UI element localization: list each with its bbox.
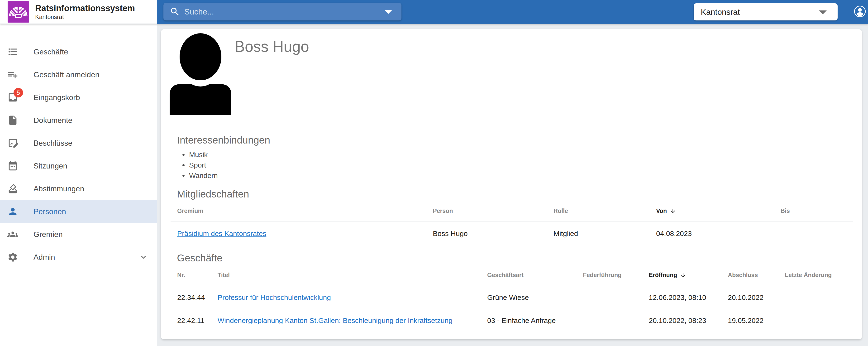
interests-section-title: Interessenbindungen — [177, 134, 270, 147]
inbox-count-badge: 5 — [13, 88, 23, 97]
sidebar-item-abstimmungen[interactable]: Abstimmungen — [0, 177, 157, 200]
council-select-caret-icon — [819, 10, 827, 14]
sort-descending-icon — [680, 272, 686, 278]
business-section-title: Geschäfte — [177, 252, 222, 264]
sidebar-item-sitzungen[interactable]: Sitzungen — [0, 154, 157, 177]
business-letzte-aenderung-cell — [778, 309, 853, 332]
sidebar-item-geschaeft-anmelden[interactable]: Geschäft anmelden — [0, 63, 157, 86]
column-header-eroeffnung-sorted[interactable]: Eröffnung — [642, 264, 721, 286]
sidebar-item-label: Personen — [33, 207, 66, 216]
person-icon — [7, 206, 18, 217]
business-abschluss-cell: 19.05.2022 — [721, 309, 778, 332]
column-header-gremium[interactable]: Gremium — [170, 201, 426, 221]
person-avatar-placeholder — [169, 33, 231, 115]
business-nr-cell: 22.34.44 — [170, 286, 211, 309]
column-header-letzte-aenderung[interactable]: Letzte Änderung — [778, 264, 853, 286]
sidebar-item-gremien[interactable]: Gremien — [0, 223, 157, 246]
business-art-cell: 03 - Einfache Anfrage — [480, 309, 576, 332]
business-nr-cell: 22.42.11 — [170, 309, 211, 332]
business-table-header: Nr. Titel Geschäftsart Federführung Eröf… — [170, 264, 853, 286]
column-header-abschluss[interactable]: Abschluss — [721, 264, 778, 286]
search-input[interactable] — [184, 7, 370, 17]
app-title: Ratsinformationssystem — [35, 3, 135, 13]
calendar-icon — [7, 161, 18, 171]
sidebar-item-label: Dokumente — [33, 116, 72, 125]
sidebar-item-label: Gremien — [33, 230, 63, 239]
membership-person-cell: Boss Hugo — [426, 222, 547, 246]
user-account-icon[interactable] — [854, 5, 866, 18]
sort-descending-icon — [670, 208, 676, 214]
search-icon — [169, 6, 180, 17]
list-item: Sport — [177, 160, 218, 170]
council-select[interactable]: Kantonsrat — [694, 3, 838, 21]
sidebar-item-label: Beschlüsse — [33, 139, 72, 148]
column-header-bis[interactable]: Bis — [774, 201, 853, 221]
top-bar: Ratsinformationssystem Kantonsrat Kanton… — [0, 0, 868, 24]
membership-von-cell: 04.08.2023 — [649, 222, 774, 246]
page-title-person-name: Boss Hugo — [235, 37, 309, 57]
sidebar-item-label: Geschäfte — [33, 48, 68, 56]
column-header-titel[interactable]: Titel — [211, 264, 480, 286]
business-abschluss-cell: 20.10.2022 — [721, 286, 778, 309]
list-icon — [7, 46, 18, 57]
column-header-von-sorted[interactable]: Von — [649, 201, 774, 221]
business-federfuehrung-cell — [576, 309, 642, 332]
council-select-value: Kantonsrat — [701, 7, 740, 17]
business-eroeffnung-cell: 20.10.2022, 08:23 — [642, 309, 721, 332]
settings-icon — [7, 252, 18, 263]
sidebar-item-beschluesse[interactable]: Beschlüsse — [0, 132, 157, 154]
global-search[interactable] — [163, 3, 401, 21]
table-row[interactable]: 22.34.44 Professur für Hochschulentwickl… — [170, 286, 853, 309]
interests-list: Musik Sport Wandern — [177, 149, 218, 181]
person-detail-card: Boss Hugo Interessenbindungen Musik Spor… — [161, 29, 862, 339]
gremium-link[interactable]: Präsidium des Kantonsrates — [177, 230, 266, 238]
table-row[interactable]: 22.42.11 Windenergieplanung Kanton St.Ga… — [170, 309, 853, 332]
app-subtitle: Kantonsrat — [35, 13, 135, 21]
file-icon — [7, 115, 18, 126]
sidebar-item-label: Sitzungen — [33, 162, 67, 170]
column-header-rolle[interactable]: Rolle — [547, 201, 649, 221]
business-art-cell: Grüne Wiese — [480, 286, 576, 309]
table-row[interactable]: Präsidium des Kantonsrates Boss Hugo Mit… — [170, 222, 853, 246]
list-item: Wandern — [177, 170, 218, 181]
playlist-add-icon — [7, 69, 18, 80]
bullet-icon — [182, 175, 185, 177]
search-scope-dropdown-icon[interactable] — [384, 10, 393, 14]
sidebar-item-dokumente[interactable]: Dokumente — [0, 109, 157, 132]
header-bar: Kantonsrat — [157, 0, 868, 24]
parliament-logo-icon — [8, 1, 29, 23]
business-title-link[interactable]: Windenergieplanung Kanton St.Gallen: Bes… — [218, 317, 453, 325]
sidebar-item-eingangskorb[interactable]: 5 Eingangskorb — [0, 86, 157, 109]
column-header-person[interactable]: Person — [426, 201, 547, 221]
memberships-table-header: Gremium Person Rolle Von Bis — [170, 201, 853, 222]
sidebar-item-label: Admin — [33, 253, 55, 262]
membership-bis-cell — [774, 222, 853, 246]
column-header-geschaeftsart[interactable]: Geschäftsart — [480, 264, 576, 286]
list-item: Musik — [177, 149, 218, 160]
sidebar-item-label: Eingangskorb — [33, 93, 80, 102]
chevron-down-icon[interactable] — [139, 252, 148, 262]
memberships-section-title: Mitgliedschaften — [177, 188, 249, 201]
sidebar-item-personen[interactable]: Personen — [0, 200, 157, 223]
sidebar-nav: Geschäfte Geschäft anmelden 5 Eingangsko… — [0, 24, 157, 346]
column-header-nr[interactable]: Nr. — [170, 264, 211, 286]
app-logo-area: Ratsinformationssystem Kantonsrat — [0, 0, 157, 24]
bullet-icon — [182, 154, 185, 156]
main-content: Boss Hugo Interessenbindungen Musik Spor… — [157, 24, 868, 346]
membership-rolle-cell: Mitglied — [547, 222, 649, 246]
vote-icon — [7, 183, 18, 194]
business-federfuehrung-cell — [576, 286, 642, 309]
business-eroeffnung-cell: 12.06.2023, 08:10 — [642, 286, 721, 309]
sidebar-item-label: Abstimmungen — [33, 184, 84, 193]
groups-icon — [7, 229, 18, 240]
bullet-icon — [182, 164, 185, 166]
column-header-federfuehrung[interactable]: Federführung — [576, 264, 642, 286]
sidebar-item-geschaefte[interactable]: Geschäfte — [0, 40, 157, 63]
business-letzte-aenderung-cell — [778, 286, 853, 309]
sidebar-item-admin[interactable]: Admin — [0, 246, 157, 268]
business-title-link[interactable]: Professur für Hochschulentwicklung — [218, 293, 331, 301]
sidebar-item-label: Geschäft anmelden — [33, 70, 99, 79]
edit-document-icon — [7, 138, 18, 148]
